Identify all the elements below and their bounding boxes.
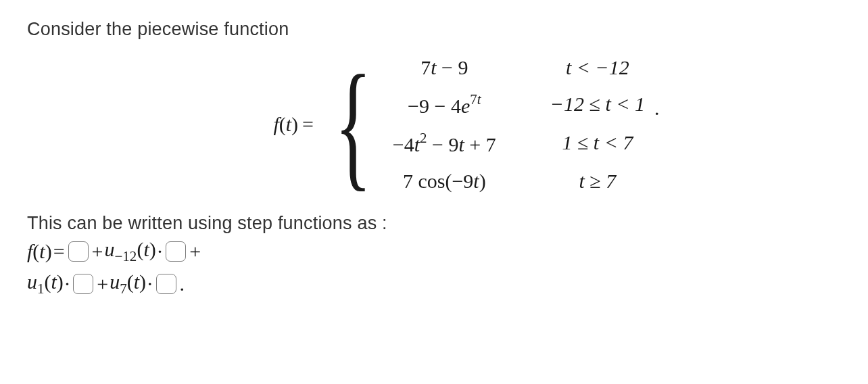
t: 7 xyxy=(420,56,431,78)
ans-t: t xyxy=(39,240,45,262)
piece-4-cond: t ≥ 7 xyxy=(550,171,645,191)
ans-close: ) xyxy=(45,240,52,262)
t: − 9 xyxy=(427,133,459,155)
prompt-text: Consider the piecewise function xyxy=(27,19,852,40)
t: −9 − 4 xyxy=(408,95,461,117)
blank-input-2[interactable] xyxy=(166,241,186,262)
left-brace: { xyxy=(335,53,372,195)
t: t xyxy=(477,91,481,107)
t: 7 xyxy=(470,91,477,107)
ans-open2: ( xyxy=(137,238,143,260)
ans-sub-neg12: −12 xyxy=(115,248,137,264)
eq-trailing-period-wrap: . xyxy=(646,98,660,151)
t: t xyxy=(414,133,420,155)
ans-close3: ) xyxy=(57,270,64,293)
t: −4 xyxy=(393,133,414,155)
ans-t2: t xyxy=(143,238,149,260)
ans-open3: ( xyxy=(45,270,51,293)
cases-grid: 7t − 9 t < −12 −9 − 4e7t −12 ≤ t < 1 −4t… xyxy=(393,57,645,191)
ans-eq: = xyxy=(53,240,65,263)
piece-4-expr: 7 cos(−9t) xyxy=(393,171,496,191)
ans-open: ( xyxy=(32,240,39,262)
t: − 9 xyxy=(437,56,468,78)
piece-3-cond: 1 ≤ t < 7 xyxy=(550,133,645,155)
ans-u1: u xyxy=(105,238,115,260)
ans-close2: ) xyxy=(149,238,156,260)
final-period: . xyxy=(180,272,185,295)
ans-t3: t xyxy=(51,270,57,293)
piece-1-expr: 7t − 9 xyxy=(393,57,496,78)
piece-2-cond: −12 ≤ t < 1 xyxy=(550,94,645,116)
ans-u3: u xyxy=(110,270,120,293)
ans-t4: t xyxy=(134,270,139,293)
ans-open4: ( xyxy=(127,270,134,293)
func-arg: t xyxy=(286,113,291,135)
t: t xyxy=(459,133,464,155)
piecewise-equation: f(t) = { 7t − 9 t < −12 −9 − 4e7t −12 ≤ … xyxy=(27,53,852,195)
t: e xyxy=(461,95,470,117)
ans-dot3: · xyxy=(147,272,153,295)
ans-dot2: · xyxy=(65,272,70,295)
lhs: f(t) = xyxy=(273,114,314,135)
piece-3-expr: −4t2 − 9t + 7 xyxy=(393,133,496,155)
ans-sub-7: 7 xyxy=(120,281,127,297)
answer-row-1: f(t) = + u−12(t) · + xyxy=(27,238,852,265)
t: t xyxy=(473,170,479,192)
func-name: f xyxy=(273,113,279,135)
eq-trailing-period: . xyxy=(646,98,660,151)
ans-plus1: + xyxy=(92,240,103,263)
ans-dot1: · xyxy=(158,240,163,263)
ans-sub-1: 1 xyxy=(37,281,45,297)
follow-text: This can be written using step functions… xyxy=(27,213,852,234)
ans-plus-trail: + xyxy=(189,240,201,263)
t: 2 xyxy=(420,130,427,146)
answer-row-2: u1(t) · + u7(t) · . xyxy=(27,270,852,297)
t: 7 cos(−9 xyxy=(403,170,473,192)
equals-sign: = xyxy=(302,114,314,135)
piece-1-cond: t < −12 xyxy=(550,57,645,78)
blank-input-1[interactable] xyxy=(68,241,89,262)
t: t xyxy=(431,56,436,78)
t: ) xyxy=(479,170,486,192)
t: + 7 xyxy=(464,133,496,155)
ans-u2: u xyxy=(27,270,37,293)
blank-input-3[interactable] xyxy=(73,274,93,294)
ans-close4: ) xyxy=(139,270,146,293)
piece-2-expr: −9 − 4e7t xyxy=(393,94,496,116)
blank-input-4[interactable] xyxy=(156,274,176,294)
